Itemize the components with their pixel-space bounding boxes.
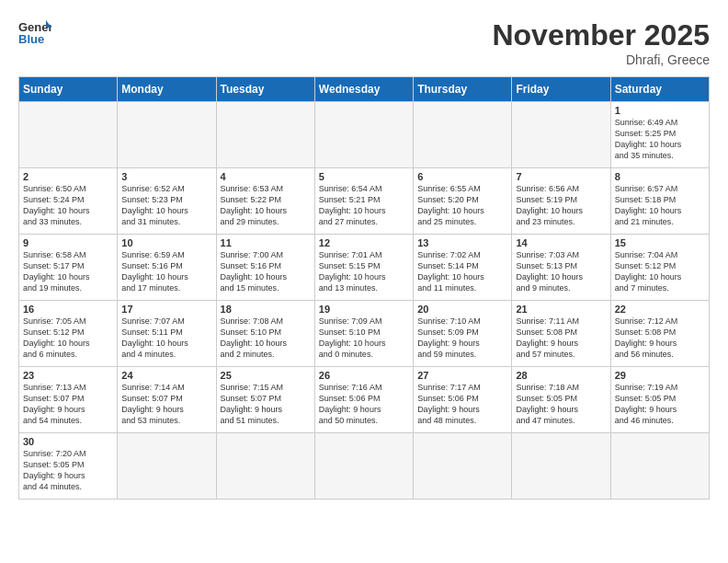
- day-number: 28: [516, 370, 606, 381]
- table-row: [216, 102, 314, 168]
- table-row: 26Sunrise: 7:16 AM Sunset: 5:06 PM Dayli…: [314, 367, 413, 433]
- logo-icon: General Blue: [18, 18, 51, 46]
- day-info: Sunrise: 7:20 AM Sunset: 5:05 PM Dayligh…: [23, 448, 113, 493]
- table-row: 8Sunrise: 6:57 AM Sunset: 5:18 PM Daylig…: [610, 168, 709, 235]
- header-tuesday: Tuesday: [216, 77, 314, 102]
- day-info: Sunrise: 6:52 AM Sunset: 5:23 PM Dayligh…: [121, 183, 211, 228]
- day-number: 10: [121, 237, 211, 248]
- calendar-row: 23Sunrise: 7:13 AM Sunset: 5:07 PM Dayli…: [19, 367, 710, 433]
- day-info: Sunrise: 7:10 AM Sunset: 5:09 PM Dayligh…: [417, 316, 507, 361]
- day-number: 20: [417, 304, 507, 315]
- table-row: 14Sunrise: 7:03 AM Sunset: 5:13 PM Dayli…: [512, 235, 610, 301]
- table-row: 7Sunrise: 6:56 AM Sunset: 5:19 PM Daylig…: [512, 168, 610, 235]
- day-number: 13: [417, 237, 507, 248]
- table-row: 2Sunrise: 6:50 AM Sunset: 5:24 PM Daylig…: [19, 168, 118, 235]
- location: Dhrafi, Greece: [492, 52, 710, 67]
- table-row: 16Sunrise: 7:05 AM Sunset: 5:12 PM Dayli…: [19, 301, 118, 367]
- header-saturday: Saturday: [610, 77, 709, 102]
- day-number: 12: [319, 237, 409, 248]
- table-row: 27Sunrise: 7:17 AM Sunset: 5:06 PM Dayli…: [414, 367, 512, 433]
- day-number: 6: [417, 171, 507, 182]
- day-info: Sunrise: 7:08 AM Sunset: 5:10 PM Dayligh…: [221, 316, 311, 361]
- day-number: 19: [319, 304, 409, 315]
- header-wednesday: Wednesday: [314, 77, 413, 102]
- day-info: Sunrise: 7:12 AM Sunset: 5:08 PM Dayligh…: [615, 316, 705, 361]
- day-info: Sunrise: 6:58 AM Sunset: 5:17 PM Dayligh…: [23, 249, 113, 294]
- day-number: 11: [221, 237, 311, 248]
- svg-text:Blue: Blue: [18, 32, 44, 46]
- day-number: 15: [615, 237, 705, 248]
- table-row: 18Sunrise: 7:08 AM Sunset: 5:10 PM Dayli…: [216, 301, 314, 367]
- day-number: 14: [516, 237, 606, 248]
- day-info: Sunrise: 7:07 AM Sunset: 5:11 PM Dayligh…: [121, 316, 211, 361]
- day-info: Sunrise: 7:19 AM Sunset: 5:05 PM Dayligh…: [615, 382, 705, 427]
- day-number: 2: [23, 171, 113, 182]
- day-number: 27: [417, 370, 507, 381]
- day-number: 21: [516, 304, 606, 315]
- table-row: 10Sunrise: 6:59 AM Sunset: 5:16 PM Dayli…: [118, 235, 216, 301]
- table-row: 28Sunrise: 7:18 AM Sunset: 5:05 PM Dayli…: [512, 367, 610, 433]
- table-row: 17Sunrise: 7:07 AM Sunset: 5:11 PM Dayli…: [118, 301, 216, 367]
- page-header: General Blue November 2025 Dhrafi, Greec…: [18, 18, 710, 67]
- table-row: 30Sunrise: 7:20 AM Sunset: 5:05 PM Dayli…: [19, 433, 118, 500]
- table-row: [610, 433, 709, 500]
- day-number: 9: [23, 237, 113, 248]
- day-info: Sunrise: 7:11 AM Sunset: 5:08 PM Dayligh…: [516, 316, 606, 361]
- day-number: 17: [121, 304, 211, 315]
- table-row: 22Sunrise: 7:12 AM Sunset: 5:08 PM Dayli…: [610, 301, 709, 367]
- calendar-row: 2Sunrise: 6:50 AM Sunset: 5:24 PM Daylig…: [19, 168, 710, 235]
- day-info: Sunrise: 7:09 AM Sunset: 5:10 PM Dayligh…: [319, 316, 409, 361]
- day-number: 5: [319, 171, 409, 182]
- day-info: Sunrise: 7:15 AM Sunset: 5:07 PM Dayligh…: [221, 382, 311, 427]
- calendar-row: 1Sunrise: 6:49 AM Sunset: 5:25 PM Daylig…: [19, 102, 710, 168]
- calendar-row: 30Sunrise: 7:20 AM Sunset: 5:05 PM Dayli…: [19, 433, 710, 500]
- table-row: 12Sunrise: 7:01 AM Sunset: 5:15 PM Dayli…: [314, 235, 413, 301]
- day-number: 22: [615, 304, 705, 315]
- table-row: 15Sunrise: 7:04 AM Sunset: 5:12 PM Dayli…: [610, 235, 709, 301]
- table-row: [19, 102, 118, 168]
- table-row: 3Sunrise: 6:52 AM Sunset: 5:23 PM Daylig…: [118, 168, 216, 235]
- day-number: 7: [516, 171, 606, 182]
- table-row: 4Sunrise: 6:53 AM Sunset: 5:22 PM Daylig…: [216, 168, 314, 235]
- header-thursday: Thursday: [414, 77, 512, 102]
- table-row: 19Sunrise: 7:09 AM Sunset: 5:10 PM Dayli…: [314, 301, 413, 367]
- table-row: 6Sunrise: 6:55 AM Sunset: 5:20 PM Daylig…: [414, 168, 512, 235]
- day-info: Sunrise: 7:04 AM Sunset: 5:12 PM Dayligh…: [615, 249, 705, 294]
- table-row: [118, 433, 216, 500]
- table-row: 1Sunrise: 6:49 AM Sunset: 5:25 PM Daylig…: [610, 102, 709, 168]
- day-info: Sunrise: 7:03 AM Sunset: 5:13 PM Dayligh…: [516, 249, 606, 294]
- day-info: Sunrise: 6:55 AM Sunset: 5:20 PM Dayligh…: [417, 183, 507, 228]
- day-number: 18: [221, 304, 311, 315]
- table-row: [512, 102, 610, 168]
- table-row: [414, 433, 512, 500]
- title-block: November 2025 Dhrafi, Greece: [492, 18, 710, 67]
- day-info: Sunrise: 7:17 AM Sunset: 5:06 PM Dayligh…: [417, 382, 507, 427]
- day-number: 24: [121, 370, 211, 381]
- header-sunday: Sunday: [19, 77, 118, 102]
- day-number: 25: [221, 370, 311, 381]
- day-info: Sunrise: 6:53 AM Sunset: 5:22 PM Dayligh…: [221, 183, 311, 228]
- day-info: Sunrise: 6:49 AM Sunset: 5:25 PM Dayligh…: [615, 117, 705, 162]
- day-info: Sunrise: 7:02 AM Sunset: 5:14 PM Dayligh…: [417, 249, 507, 294]
- table-row: 23Sunrise: 7:13 AM Sunset: 5:07 PM Dayli…: [19, 367, 118, 433]
- header-friday: Friday: [512, 77, 610, 102]
- calendar-table: Sunday Monday Tuesday Wednesday Thursday…: [18, 76, 710, 500]
- day-number: 4: [221, 171, 311, 182]
- day-info: Sunrise: 6:57 AM Sunset: 5:18 PM Dayligh…: [615, 183, 705, 228]
- day-info: Sunrise: 6:50 AM Sunset: 5:24 PM Dayligh…: [23, 183, 113, 228]
- day-info: Sunrise: 7:18 AM Sunset: 5:05 PM Dayligh…: [516, 382, 606, 427]
- table-row: [314, 433, 413, 500]
- day-info: Sunrise: 7:13 AM Sunset: 5:07 PM Dayligh…: [23, 382, 113, 427]
- day-info: Sunrise: 7:14 AM Sunset: 5:07 PM Dayligh…: [121, 382, 211, 427]
- day-number: 8: [615, 171, 705, 182]
- table-row: [314, 102, 413, 168]
- table-row: 9Sunrise: 6:58 AM Sunset: 5:17 PM Daylig…: [19, 235, 118, 301]
- day-number: 26: [319, 370, 409, 381]
- table-row: 11Sunrise: 7:00 AM Sunset: 5:16 PM Dayli…: [216, 235, 314, 301]
- calendar-row: 9Sunrise: 6:58 AM Sunset: 5:17 PM Daylig…: [19, 235, 710, 301]
- header-monday: Monday: [118, 77, 216, 102]
- day-number: 1: [615, 105, 705, 116]
- day-info: Sunrise: 7:01 AM Sunset: 5:15 PM Dayligh…: [319, 249, 409, 294]
- table-row: [512, 433, 610, 500]
- day-info: Sunrise: 6:56 AM Sunset: 5:19 PM Dayligh…: [516, 183, 606, 228]
